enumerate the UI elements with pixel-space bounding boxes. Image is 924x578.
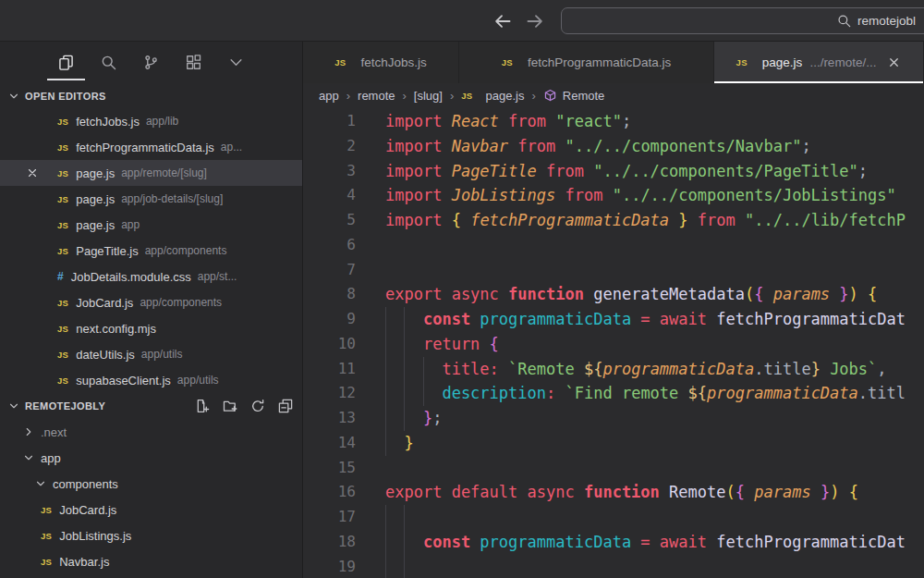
code-line-content[interactable]: title: `Remote ${programmaticData.title}… xyxy=(385,357,887,382)
breadcrumb-page.js[interactable]: JSpage.js xyxy=(461,89,524,103)
code-token: import xyxy=(385,137,452,155)
code-line-13[interactable]: 13}; xyxy=(303,406,924,431)
breadcrumb-label: remote xyxy=(358,89,395,103)
code-line-4[interactable]: 4import JobListings from "../../componen… xyxy=(303,183,924,208)
code-token: JobListings xyxy=(452,186,556,204)
code-line-15[interactable]: 15 xyxy=(303,456,924,481)
breadcrumb-remote[interactable]: remote xyxy=(358,89,395,103)
code-token: export default async xyxy=(385,483,584,501)
tab-page.js[interactable]: JSpage.js.../remote/... xyxy=(714,42,924,83)
code-line-9[interactable]: 9const programmaticData = await fetchPro… xyxy=(303,307,924,332)
open-editor-dateUtils.js[interactable]: JSdateUtils.jsapp/utils xyxy=(0,341,302,367)
explorer-section-header[interactable]: REMOTEJOBLY xyxy=(0,393,302,419)
close-icon[interactable] xyxy=(26,166,39,179)
code-line-content[interactable]: export async function generateMetadata({… xyxy=(385,282,877,307)
code-line-content[interactable]: import React from "react"; xyxy=(385,109,631,134)
code-token: } xyxy=(811,483,830,501)
close-icon[interactable] xyxy=(887,55,901,69)
open-editor-next.config.mjs[interactable]: JSnext.config.mjs xyxy=(0,315,302,341)
code-line-5[interactable]: 5import { fetchProgrammaticData } from "… xyxy=(303,208,924,233)
file-name: page.js xyxy=(76,166,115,180)
code-line-7[interactable]: 7 xyxy=(303,258,924,283)
code-line-6[interactable]: 6 xyxy=(303,233,924,258)
tree-item-JobListings.js[interactable]: JSJobListings.js xyxy=(0,523,302,548)
file-name: fetchJobs.js xyxy=(76,115,140,129)
code-line-content[interactable]: description: `Find remote ${programmatic… xyxy=(385,381,906,406)
open-editor-fetchJobs.js[interactable]: JSfetchJobs.jsapp/lib xyxy=(0,108,302,134)
open-editor-page.js[interactable]: JSpage.jsapp/remote/[slug] xyxy=(0,160,302,186)
code-line-content[interactable]: } xyxy=(385,431,414,456)
tab-fetchProgrammaticData.js[interactable]: JSfetchProgrammaticData.js xyxy=(459,42,714,83)
indent-guide xyxy=(423,357,424,382)
code-line-18[interactable]: 18const programmaticData = await fetchPr… xyxy=(303,530,924,555)
open-editor-supabaseClient.js[interactable]: JSsupabaseClient.jsapp/utils xyxy=(0,367,302,393)
code-line-10[interactable]: 10return { xyxy=(303,332,924,357)
code-token: from xyxy=(537,162,593,180)
code-line-content[interactable]: import { fetchProgrammaticData } from ".… xyxy=(385,208,906,233)
tree-item-components[interactable]: components xyxy=(0,471,302,497)
tab-fetchJobs.js[interactable]: JSfetchJobs.js xyxy=(303,42,459,83)
search-input[interactable]: remotejobl xyxy=(561,7,924,34)
code-line-19[interactable]: 19 xyxy=(303,555,924,578)
code-token: `Remote xyxy=(508,360,584,378)
back-arrow-icon[interactable] xyxy=(492,11,513,31)
breadcrumb-app[interactable]: app xyxy=(319,89,339,103)
file-path: app/utils xyxy=(141,348,183,361)
indent-guide xyxy=(404,406,405,431)
code-line-8[interactable]: 8export async function generateMetadata(… xyxy=(303,282,924,307)
code-token: `Find remote xyxy=(565,384,688,402)
code-line-1[interactable]: 1import React from "react"; xyxy=(303,109,924,134)
activity-explorer-button[interactable] xyxy=(58,55,74,70)
code-line-content[interactable]: return { xyxy=(385,332,499,357)
code-editor[interactable]: 1import React from "react";2import Navba… xyxy=(303,107,924,578)
tree-item-Navbar.js[interactable]: JSNavbar.js xyxy=(0,548,302,574)
tree-item-label: Navbar.js xyxy=(59,555,109,569)
js-file-icon: JS xyxy=(57,324,68,334)
open-editor-page.js[interactable]: JSpage.jsapp/job-details/[slug] xyxy=(0,186,302,212)
line-number: 10 xyxy=(303,332,356,357)
open-editor-JobDetails.module.css[interactable]: #JobDetails.module.cssapp/st... xyxy=(0,264,302,289)
breadcrumb-[slug][interactable]: [slug] xyxy=(414,89,443,103)
tree-item-app[interactable]: app xyxy=(0,445,302,471)
code-line-content[interactable]: }; xyxy=(385,406,442,431)
forward-arrow-icon[interactable] xyxy=(525,11,545,31)
open-editors-header[interactable]: OPEN EDITORS xyxy=(0,83,302,108)
code-token: ) xyxy=(830,483,839,501)
new-file-button-icon[interactable] xyxy=(195,399,210,413)
activity-more-button[interactable] xyxy=(228,55,244,70)
code-line-12[interactable]: 12description: `Find remote ${programmat… xyxy=(303,381,924,406)
collapse-all-button-icon[interactable] xyxy=(278,399,293,413)
code-line-content[interactable]: import Navbar from "../../components/Nav… xyxy=(385,134,811,159)
js-file-icon: JS xyxy=(57,194,68,204)
code-line-content[interactable]: import PageTitle from "../../components/… xyxy=(385,159,868,184)
code-line-17[interactable]: 17 xyxy=(303,505,924,530)
code-line-3[interactable]: 3import PageTitle from "../../components… xyxy=(303,159,924,184)
activity-source-control-button[interactable] xyxy=(143,55,159,70)
code-line-14[interactable]: 14} xyxy=(303,431,924,456)
code-line-16[interactable]: 16export default async function Remote({… xyxy=(303,480,924,505)
code-line-11[interactable]: 11title: `Remote ${programmaticData.titl… xyxy=(303,357,924,382)
open-editor-page.js[interactable]: JSpage.jsapp xyxy=(0,212,302,238)
open-editor-fetchProgrammaticData.js[interactable]: JSfetchProgrammaticData.jsap... xyxy=(0,134,302,160)
code-line-content[interactable]: export default async function Remote({ p… xyxy=(385,480,858,505)
open-editor-PageTitle.js[interactable]: JSPageTitle.jsapp/components xyxy=(0,238,302,264)
tree-item-JobCard.js[interactable]: JSJobCard.js xyxy=(0,497,302,523)
open-editor-JobCard.js[interactable]: JSJobCard.jsapp/components xyxy=(0,289,302,315)
code-token: from xyxy=(555,186,612,204)
code-token: } xyxy=(404,434,413,452)
activity-search-button[interactable] xyxy=(101,55,116,70)
tree-item-.next[interactable]: .next xyxy=(0,419,302,445)
indent-guide xyxy=(385,406,386,431)
new-folder-button-icon[interactable] xyxy=(223,399,237,413)
tab-bar: JSfetchJobs.jsJSfetchProgrammaticData.js… xyxy=(303,42,924,83)
activity-extensions-button[interactable] xyxy=(186,55,201,70)
code-line-content[interactable]: import JobListings from "../../component… xyxy=(385,183,896,208)
sidebar: OPEN EDITORS JSfetchJobs.jsapp/libJSfetc… xyxy=(0,42,303,578)
code-line-content[interactable]: const programmaticData = await fetchProg… xyxy=(385,530,906,555)
breadcrumb-Remote[interactable]: Remote xyxy=(543,89,605,103)
code-token: programmaticData xyxy=(707,384,858,402)
code-line-2[interactable]: 2import Navbar from "../../components/Na… xyxy=(303,134,924,159)
refresh-button-icon[interactable] xyxy=(250,399,265,413)
code-line-content[interactable]: const programmaticData = await fetchProg… xyxy=(385,307,906,332)
indent-guide xyxy=(404,505,405,530)
